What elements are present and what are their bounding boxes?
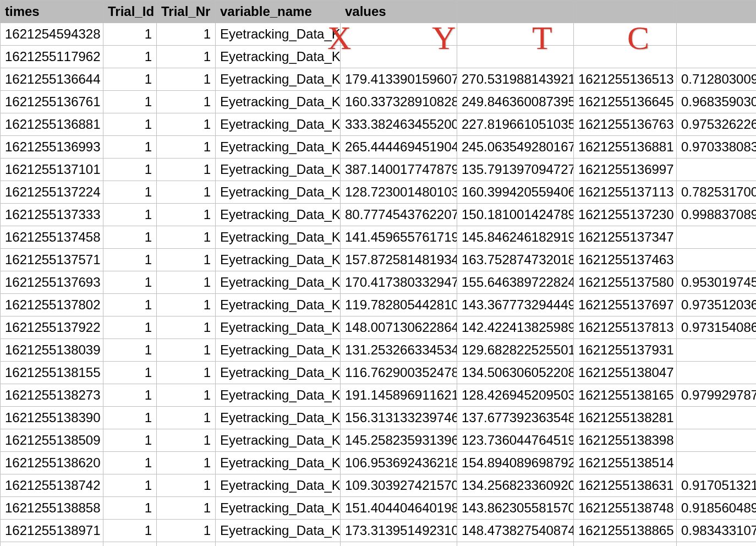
cell-variable-name[interactable]: Eyetracking_Data_Kel xyxy=(216,497,341,520)
cell-t[interactable]: 1621255138865 xyxy=(574,520,677,542)
cell-values[interactable]: 151.40440464019800 xyxy=(341,497,457,520)
cell-trial-id[interactable]: 1 xyxy=(103,429,157,452)
cell-variable-name[interactable]: Eyetracking_Data_Kel xyxy=(216,68,341,91)
cell-trial-id[interactable] xyxy=(103,542,157,547)
cell-trial-nr[interactable]: 1 xyxy=(157,316,216,339)
cell-trial-nr[interactable]: 1 xyxy=(157,452,216,474)
cell-y[interactable]: 145.84624618291900 xyxy=(457,226,574,249)
cell-times[interactable]: 1621255137101 xyxy=(1,159,103,181)
cell-trial-nr[interactable]: 1 xyxy=(157,362,216,384)
cell-trial-id[interactable]: 1 xyxy=(103,181,157,204)
cell-trial-nr[interactable]: 1 xyxy=(157,249,216,271)
cell-t[interactable] xyxy=(574,46,677,68)
cell-c[interactable]: 0.975326226011457 xyxy=(677,113,757,136)
cell-variable-name[interactable]: Eyetracking_Data_Kel xyxy=(216,316,341,339)
cell-t[interactable] xyxy=(574,542,677,547)
cell-c[interactable]: 0.9683590304922390 xyxy=(677,91,757,113)
cell-c[interactable]: 0.9170513218075170 xyxy=(677,474,757,497)
col-header-times[interactable]: times xyxy=(1,1,103,23)
cell-values[interactable]: 173.31395149231000 xyxy=(341,520,457,542)
cell-trial-id[interactable]: 1 xyxy=(103,520,157,542)
cell-times[interactable]: 1621255136761 xyxy=(1,91,103,113)
cell-values[interactable]: 160.33732891082800 xyxy=(341,91,457,113)
cell-trial-id[interactable]: 1 xyxy=(103,23,157,46)
cell-c[interactable]: 1 xyxy=(677,159,757,181)
cell-times[interactable] xyxy=(1,542,103,547)
cell-c[interactable]: 0.9735120365498760 xyxy=(677,294,757,316)
cell-trial-nr[interactable]: 1 xyxy=(157,23,216,46)
cell-y[interactable]: 137.67739236354800 xyxy=(457,407,574,429)
cell-times[interactable]: 1621255136993 xyxy=(1,136,103,159)
cell-trial-id[interactable]: 1 xyxy=(103,68,157,91)
cell-trial-nr[interactable]: 1 xyxy=(157,407,216,429)
cell-trial-id[interactable]: 1 xyxy=(103,452,157,474)
cell-variable-name[interactable]: Eyetracking_Data_Kel xyxy=(216,181,341,204)
cell-values[interactable]: 116.76290035247800 xyxy=(341,362,457,384)
cell-times[interactable]: 1621255138039 xyxy=(1,339,103,362)
cell-c[interactable]: 1 xyxy=(677,249,757,271)
cell-trial-id[interactable]: 1 xyxy=(103,362,157,384)
cell-values[interactable]: 80.7774543762207 xyxy=(341,204,457,226)
cell-t[interactable]: 1621255136997 xyxy=(574,159,677,181)
cell-values[interactable]: 179.41339015960700 xyxy=(341,68,457,91)
cell-c[interactable] xyxy=(677,23,757,46)
cell-t[interactable]: 1621255138047 xyxy=(574,362,677,384)
cell-y[interactable]: 148.47382754087400 xyxy=(457,520,574,542)
cell-times[interactable]: 1621255138155 xyxy=(1,362,103,384)
cell-y[interactable]: 160.39942055940600 xyxy=(457,181,574,204)
col-header-variable-name[interactable]: variable_name xyxy=(216,1,341,23)
cell-variable-name[interactable]: Eyetracking_Data_Kel xyxy=(216,429,341,452)
cell-c[interactable]: 0.9530197454170010 xyxy=(677,271,757,294)
cell-t[interactable] xyxy=(574,23,677,46)
cell-variable-name[interactable]: Eyetracking_Data_Kel xyxy=(216,339,341,362)
cell-variable-name[interactable]: Eyetracking_Data_Kel xyxy=(216,294,341,316)
cell-trial-id[interactable]: 1 xyxy=(103,497,157,520)
cell-variable-name[interactable]: Eyetracking_Data_Kel xyxy=(216,362,341,384)
cell-t[interactable]: 1621255138398 xyxy=(574,429,677,452)
cell-trial-id[interactable]: 1 xyxy=(103,339,157,362)
cell-trial-nr[interactable]: 1 xyxy=(157,91,216,113)
cell-y[interactable]: 134.50630605220800 xyxy=(457,362,574,384)
cell-y[interactable]: 143.86230558157000 xyxy=(457,497,574,520)
cell-c[interactable]: 0.9703380834926450 xyxy=(677,136,757,159)
cell-variable-name[interactable]: Eyetracking_Data_Kel xyxy=(216,91,341,113)
cell-y[interactable]: 134.25682336092000 xyxy=(457,474,574,497)
cell-c[interactable]: 0.9731540869711820 xyxy=(677,316,757,339)
cell-t[interactable]: 1621255137697 xyxy=(574,294,677,316)
cell-y[interactable]: 143.36777329444900 xyxy=(457,294,574,316)
cell-c[interactable]: 0.9799297875500950 xyxy=(677,384,757,407)
cell-trial-nr[interactable]: 1 xyxy=(157,113,216,136)
cell-trial-nr[interactable]: 1 xyxy=(157,271,216,294)
cell-variable-name[interactable]: Eyetracking_Data_Kel xyxy=(216,226,341,249)
col-header-values[interactable]: values xyxy=(341,1,457,23)
cell-trial-id[interactable]: 1 xyxy=(103,113,157,136)
cell-trial-id[interactable]: 1 xyxy=(103,407,157,429)
cell-times[interactable]: 1621255138620 xyxy=(1,452,103,474)
cell-values[interactable]: 106.95369243621800 xyxy=(341,452,457,474)
cell-y[interactable]: 227.81966105103500 xyxy=(457,113,574,136)
cell-trial-nr[interactable]: 1 xyxy=(157,46,216,68)
cell-variable-name[interactable]: Eyetracking_Data_Kel xyxy=(216,249,341,271)
cell-c[interactable]: 1 xyxy=(677,362,757,384)
cell-c[interactable]: 0.9834331077089600 xyxy=(677,520,757,542)
cell-c[interactable]: 0.782531700215678 xyxy=(677,181,757,204)
cell-y[interactable] xyxy=(457,23,574,46)
cell-t[interactable]: 1621255138631 xyxy=(574,474,677,497)
cell-times[interactable]: 1621255136644 xyxy=(1,68,103,91)
cell-variable-name[interactable]: Eyetracking_Data_Kel xyxy=(216,474,341,497)
cell-variable-name[interactable]: Eyetracking_Data_Kel xyxy=(216,520,341,542)
cell-trial-id[interactable]: 1 xyxy=(103,91,157,113)
cell-times[interactable]: 1621255138273 xyxy=(1,384,103,407)
cell-values[interactable] xyxy=(341,23,457,46)
cell-y[interactable] xyxy=(457,46,574,68)
cell-values[interactable] xyxy=(341,46,457,68)
cell-trial-nr[interactable]: 1 xyxy=(157,520,216,542)
cell-trial-id[interactable]: 1 xyxy=(103,46,157,68)
cell-trial-nr[interactable]: 1 xyxy=(157,339,216,362)
cell-c[interactable]: 1 xyxy=(677,452,757,474)
cell-t[interactable]: 1621255137813 xyxy=(574,316,677,339)
cell-times[interactable]: 1621255137224 xyxy=(1,181,103,204)
cell-values[interactable]: 333.3824634552000 xyxy=(341,113,457,136)
cell-variable-name[interactable]: Eyetracking_Data_Kel xyxy=(216,113,341,136)
cell-values[interactable]: 191.1458969116210 xyxy=(341,384,457,407)
